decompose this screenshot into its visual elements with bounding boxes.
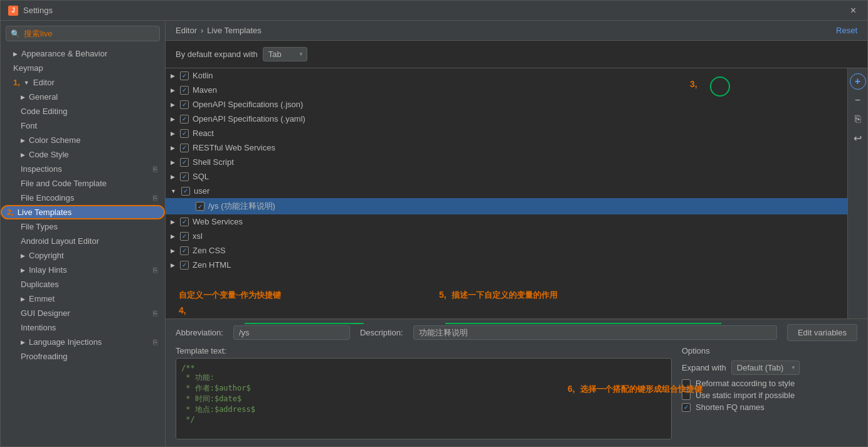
undo-button[interactable]: ↩ xyxy=(850,130,866,146)
sidebar-item-label: Language Injections xyxy=(29,337,102,347)
group-zen-css-checkbox[interactable] xyxy=(180,246,189,255)
copy-icon: ⎘ xyxy=(153,194,157,202)
group-user[interactable]: user xyxy=(166,184,847,198)
sidebar-item-emmet[interactable]: Emmet xyxy=(1,292,165,306)
group-openapi-yaml-label: OpenAPI Specifications (.yaml) xyxy=(193,114,305,124)
reformat-row: Reformat according to style xyxy=(682,379,857,388)
sidebar-item-code-editing[interactable]: Code Editing xyxy=(1,104,165,118)
group-shell-checkbox[interactable] xyxy=(180,158,189,167)
group-openapi-json[interactable]: OpenAPI Specifications (.json) xyxy=(166,97,847,112)
chevron-right-icon xyxy=(171,130,175,137)
chevron-right-icon xyxy=(21,152,25,158)
group-web-services-checkbox[interactable] xyxy=(180,218,189,226)
group-react[interactable]: React xyxy=(166,126,847,140)
expand-select[interactable]: Tab Enter Space xyxy=(263,47,307,61)
content-body: By default expand with Tab Enter Space xyxy=(166,41,867,446)
sidebar-item-editor[interactable]: 1, Editor xyxy=(1,75,165,90)
sidebar-item-live-templates[interactable]: 2, Live Templates xyxy=(1,205,165,219)
sidebar-item-inlay-hints[interactable]: Inlay Hints ⎘ xyxy=(1,263,165,277)
group-openapi-yaml[interactable]: OpenAPI Specifications (.yaml) xyxy=(166,112,847,126)
sidebar-item-android-layout[interactable]: Android Layout Editor xyxy=(1,234,165,248)
ys-checkbox[interactable] xyxy=(196,202,204,211)
sidebar-item-label: File and Code Template xyxy=(21,179,107,188)
sidebar-item-font[interactable]: Font xyxy=(1,118,165,133)
sidebar-item-keymap[interactable]: Keymap xyxy=(1,61,165,75)
abbreviation-input[interactable] xyxy=(233,325,350,340)
sidebar: 🔍 Appearance & Behavior Keymap 1, xyxy=(1,21,166,446)
sidebar-item-file-code-template[interactable]: File and Code Template xyxy=(1,176,165,191)
group-xsl-label: xsl xyxy=(193,231,203,241)
description-input[interactable] xyxy=(413,325,777,340)
group-kotlin-checkbox[interactable] xyxy=(180,71,189,80)
group-restful-checkbox[interactable] xyxy=(180,144,189,152)
group-web-services[interactable]: Web Services xyxy=(166,214,847,229)
expand-bar: By default expand with Tab Enter Space xyxy=(166,41,867,68)
annotation-1: 1, xyxy=(13,78,20,87)
group-shell-label: Shell Script xyxy=(193,157,234,167)
add-button[interactable]: + xyxy=(850,73,866,90)
remove-button[interactable]: − xyxy=(850,92,866,108)
group-zen-css[interactable]: Zen CSS xyxy=(166,243,847,258)
group-kotlin[interactable]: Kotlin xyxy=(166,68,847,83)
sidebar-item-label: Duplicates xyxy=(21,280,59,289)
expand-label: By default expand with xyxy=(176,50,258,59)
sidebar-item-label: Inlay Hints xyxy=(29,265,67,275)
edit-variables-button[interactable]: Edit variables xyxy=(787,324,857,341)
sidebar-item-file-encodings[interactable]: File Encodings ⎘ xyxy=(1,191,165,205)
sidebar-item-gui-designer[interactable]: GUI Designer ⎘ xyxy=(1,306,165,320)
sidebar-item-proofreading[interactable]: Proofreading xyxy=(1,349,165,364)
breadcrumb: Editor › Live Templates xyxy=(176,26,262,35)
sidebar-item-duplicates[interactable]: Duplicates xyxy=(1,277,165,292)
group-maven-label: Maven xyxy=(193,85,217,95)
group-shell[interactable]: Shell Script xyxy=(166,155,847,169)
sidebar-item-inspections[interactable]: Inspections ⎘ xyxy=(1,162,165,176)
group-xsl[interactable]: xsl xyxy=(166,229,847,243)
undo-icon: ↩ xyxy=(854,132,862,144)
sidebar-item-general[interactable]: General xyxy=(1,90,165,104)
group-user-checkbox[interactable] xyxy=(181,187,190,196)
static-import-checkbox[interactable] xyxy=(682,391,691,400)
group-maven-checkbox[interactable] xyxy=(180,86,189,95)
template-textarea[interactable]: /** * 功能: * 作者:$author$ * 时间:$date$ * 地点… xyxy=(176,358,672,439)
sidebar-item-label: Keymap xyxy=(13,63,43,73)
group-restful[interactable]: RESTful Web Services xyxy=(166,140,847,155)
close-button[interactable]: × xyxy=(847,4,860,18)
group-react-checkbox[interactable] xyxy=(180,129,189,138)
chevron-right-icon xyxy=(171,262,175,268)
sidebar-item-color-scheme[interactable]: Color Scheme xyxy=(1,133,165,147)
annotation-2: 2, xyxy=(7,208,14,217)
group-sql[interactable]: SQL xyxy=(166,169,847,184)
sidebar-item-label: Inspections xyxy=(21,164,62,174)
chevron-down-icon xyxy=(171,188,176,194)
expand-with-select[interactable]: Default (Tab) Tab Enter Space xyxy=(731,360,800,375)
group-zen-html[interactable]: Zen HTML xyxy=(166,258,847,272)
sidebar-item-file-types[interactable]: File Types xyxy=(1,219,165,234)
title-bar: J Settings × xyxy=(1,1,867,21)
template-ys[interactable]: /ys (功能注释说明) xyxy=(166,198,847,214)
sidebar-item-appearance[interactable]: Appearance & Behavior xyxy=(1,46,165,61)
sidebar-item-label: Font xyxy=(21,121,37,130)
search-input[interactable] xyxy=(6,26,160,41)
group-maven[interactable]: Maven xyxy=(166,83,847,97)
reset-button[interactable]: Reset xyxy=(836,26,857,35)
sidebar-item-copyright[interactable]: Copyright xyxy=(1,248,165,263)
reformat-label: Reformat according to style xyxy=(696,379,795,388)
sidebar-item-language-injections[interactable]: Language Injections ⎘ xyxy=(1,335,165,349)
sidebar-item-code-style[interactable]: Code Style xyxy=(1,147,165,162)
group-zen-html-checkbox[interactable] xyxy=(180,261,189,270)
main-layout: 🔍 Appearance & Behavior Keymap 1, xyxy=(1,21,867,446)
copy-button[interactable]: ⎘ xyxy=(850,111,866,127)
shorten-fq-checkbox[interactable] xyxy=(682,403,691,412)
group-xsl-checkbox[interactable] xyxy=(180,232,189,241)
expand-with-label: Expand with xyxy=(682,363,726,372)
bottom-panel: Abbreviation: Description: Edit variable… xyxy=(166,318,867,446)
reformat-checkbox[interactable] xyxy=(682,379,691,388)
breadcrumb-page: Live Templates xyxy=(207,26,261,35)
sidebar-item-label: Intentions xyxy=(21,323,56,332)
group-sql-checkbox[interactable] xyxy=(180,172,189,181)
action-buttons: + − ⎘ ↩ xyxy=(847,68,867,318)
group-openapi-json-checkbox[interactable] xyxy=(180,100,189,109)
group-openapi-yaml-checkbox[interactable] xyxy=(180,115,189,124)
sidebar-item-intentions[interactable]: Intentions xyxy=(1,320,165,335)
group-restful-label: RESTful Web Services xyxy=(193,143,275,152)
